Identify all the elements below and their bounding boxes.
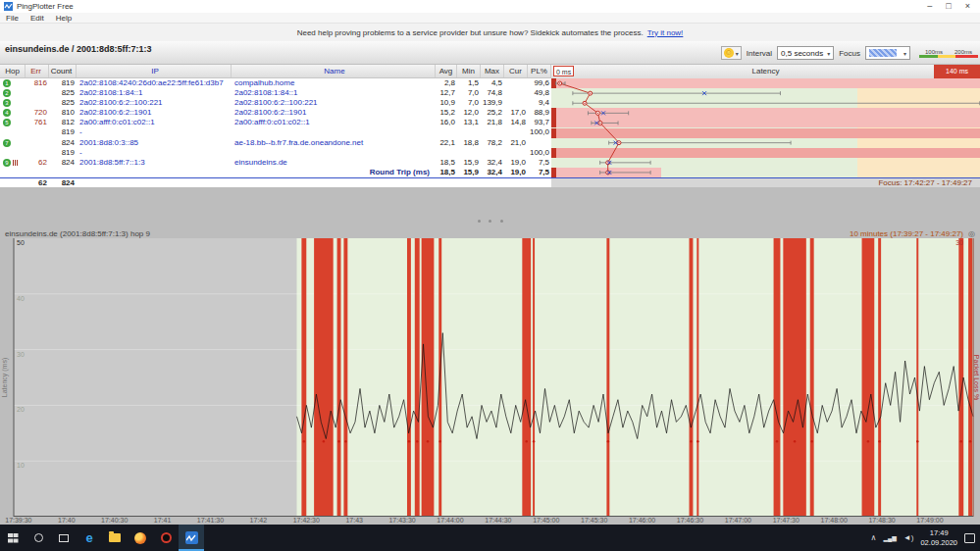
time-axis: 17:39:3017:4017:40:3017:4117:41:3017:421… bbox=[0, 517, 980, 525]
pingplotter-taskbar-button[interactable] bbox=[179, 525, 204, 551]
timeline-settings-icon[interactable]: ◎ bbox=[968, 229, 975, 238]
hop-row-5[interactable]: 57618122a00:afff:0:c01:c02::12a00:afff:0… bbox=[0, 118, 551, 127]
hop-row-1[interactable]: 18168192a02:8108:4240:26d0:ae22:5ff:fe61… bbox=[0, 78, 551, 88]
avg-cell bbox=[436, 127, 457, 137]
focus-select[interactable]: ▾ bbox=[865, 46, 910, 60]
col-header-cur[interactable]: Cur bbox=[504, 65, 528, 77]
latency-header: Latency 0 ms 140 ms bbox=[551, 65, 980, 78]
network-icon[interactable]: ▂▄▆ bbox=[883, 534, 896, 541]
err-cell: 761 bbox=[26, 118, 49, 127]
col-header-max[interactable]: Max bbox=[481, 65, 504, 77]
close-icon[interactable]: × bbox=[965, 0, 970, 13]
col-header-ip[interactable]: IP bbox=[77, 65, 232, 77]
timeline-graph[interactable]: 5040302010 30 Latency (ms) Packet Loss % bbox=[0, 238, 980, 517]
minimize-icon[interactable]: – bbox=[927, 0, 932, 13]
sentiment-button[interactable]: ☺ ▾ bbox=[721, 46, 742, 60]
pl-cell: 88,9 bbox=[528, 108, 551, 118]
min-cell bbox=[457, 127, 481, 137]
ip-cell bbox=[77, 168, 232, 177]
col-header-pl[interactable]: PL% bbox=[528, 65, 551, 77]
hop-row-9[interactable]: 9628242001:8d8:5ff:7::1:3einsundeins.de1… bbox=[0, 158, 551, 168]
min-cell: 7,0 bbox=[457, 88, 481, 98]
app-icon bbox=[4, 2, 13, 11]
interval-select[interactable]: 0,5 seconds ▾ bbox=[777, 46, 834, 60]
table-header-row: HopErrCountIPNameAvgMinMaxCurPL% Latency… bbox=[0, 65, 980, 78]
hop-row-2[interactable]: 28252a02:8108:1:84::12a02:8108:1:84::112… bbox=[0, 88, 551, 98]
col-header-avg[interactable]: Avg bbox=[436, 65, 457, 77]
edge-taskbar-button[interactable]: e bbox=[77, 525, 102, 551]
focus-range-label: Focus: 17:42:27 - 17:49:27 bbox=[878, 178, 980, 187]
avg-cell: 12,7 bbox=[436, 88, 457, 98]
clock-time: 17:49 bbox=[920, 528, 957, 537]
hop-number-badge: 5 bbox=[3, 119, 11, 126]
interval-value: 0,5 seconds bbox=[781, 49, 823, 58]
col-header-count[interactable]: Count bbox=[49, 65, 77, 77]
volume-icon[interactable]: ◄) bbox=[903, 533, 914, 542]
opera-taskbar-button[interactable] bbox=[153, 525, 179, 551]
time-tick-label: 17:45:00 bbox=[533, 517, 559, 524]
min-cell: 1,5 bbox=[457, 78, 481, 88]
table-row[interactable]: 819-100,0 bbox=[0, 127, 551, 137]
count-cell: 825 bbox=[49, 98, 77, 108]
taskbar-clock[interactable]: 17:49 02.09.2020 bbox=[920, 528, 957, 547]
pl-cell: 99,6 bbox=[528, 78, 551, 88]
avg-cell: 16,0 bbox=[436, 118, 457, 127]
max-cell: 74,8 bbox=[481, 88, 504, 98]
chevron-down-icon: ▾ bbox=[736, 50, 739, 57]
col-header-name[interactable]: Name bbox=[232, 65, 436, 77]
hop-cell bbox=[0, 168, 26, 177]
col-header-hop[interactable]: Hop bbox=[0, 65, 26, 77]
start-taskbar-button[interactable] bbox=[0, 525, 26, 551]
menu-edit[interactable]: Edit bbox=[25, 14, 50, 23]
pingplotter-window: PingPlotter Free – □ × FileEditHelp Need… bbox=[0, 0, 980, 551]
window-title: PingPlotter Free bbox=[17, 2, 74, 11]
round-trip-row[interactable]: Round Trip (ms)18,515,932,419,07,5 bbox=[0, 168, 551, 177]
target-address: einsundeins.de / 2001:8d8:5ff:7:1:3 bbox=[5, 44, 152, 54]
try-it-now-link[interactable]: Try it now! bbox=[647, 28, 684, 37]
max-cell: 32,4 bbox=[481, 158, 504, 168]
menu-file[interactable]: File bbox=[0, 14, 25, 23]
opera-icon bbox=[161, 532, 172, 543]
count-cell: 812 bbox=[49, 118, 77, 127]
table-body: 18168192a02:8108:4240:26d0:ae22:5ff:fe61… bbox=[0, 78, 980, 177]
action-center-icon[interactable] bbox=[964, 533, 975, 543]
hop-cell bbox=[0, 127, 26, 137]
y-tick-50: 50 bbox=[17, 239, 25, 246]
splitter-handle[interactable] bbox=[478, 219, 503, 223]
time-tick-label: 17:39:30 bbox=[5, 517, 31, 524]
name-cell: 2a02:8100:6:2::1901 bbox=[232, 108, 436, 118]
table-rows: 18168192a02:8108:4240:26d0:ae22:5ff:fe61… bbox=[0, 78, 551, 177]
table-row[interactable]: 819-100,0 bbox=[0, 148, 551, 158]
search-taskbar-button[interactable] bbox=[26, 525, 51, 551]
maximize-icon[interactable]: □ bbox=[946, 0, 951, 13]
clock-date: 02.09.2020 bbox=[920, 538, 957, 547]
err-cell bbox=[26, 138, 49, 148]
max-cell: 21,8 bbox=[481, 118, 504, 127]
time-tick-label: 17:43 bbox=[345, 517, 363, 524]
time-tick-label: 17:41:30 bbox=[197, 517, 224, 524]
col-header-err[interactable]: Err bbox=[26, 65, 49, 77]
latency-title: Latency bbox=[551, 65, 980, 78]
taskview-taskbar-button[interactable] bbox=[51, 525, 77, 551]
pl-cell: 93,7 bbox=[528, 118, 551, 127]
name-cell bbox=[232, 148, 436, 158]
col-header-min[interactable]: Min bbox=[457, 65, 481, 77]
interval-label: Interval bbox=[747, 49, 772, 58]
hop-number-badge: 7 bbox=[3, 139, 11, 147]
firefox-icon bbox=[134, 532, 146, 544]
notice-text: Need help proving problems to a service … bbox=[297, 28, 644, 37]
err-cell bbox=[26, 127, 49, 137]
hop-row-3[interactable]: 38252a02:8100:6:2::100:2212a02:8100:6:2:… bbox=[0, 98, 551, 108]
pl-cell: 7,5 bbox=[528, 158, 551, 168]
hop-cell: 4 bbox=[0, 108, 26, 118]
hop-row-4[interactable]: 47208102a02:8100:6:2::19012a02:8100:6:2:… bbox=[0, 108, 551, 118]
cur-cell: 21,0 bbox=[504, 138, 528, 148]
menu-help[interactable]: Help bbox=[50, 14, 77, 23]
chevron-up-icon[interactable]: ∧ bbox=[871, 533, 877, 542]
firefox-taskbar-button[interactable] bbox=[128, 525, 153, 551]
explorer-taskbar-button[interactable] bbox=[102, 525, 128, 551]
title-bar: PingPlotter Free – □ × bbox=[0, 0, 980, 13]
hop-row-7[interactable]: 78242001:8d8:0:3::85ae-18.bb--b.fr7.fra.… bbox=[0, 138, 551, 148]
cur-cell: 19,0 bbox=[504, 168, 528, 177]
table-header: HopErrCountIPNameAvgMinMaxCurPL% bbox=[0, 65, 551, 77]
